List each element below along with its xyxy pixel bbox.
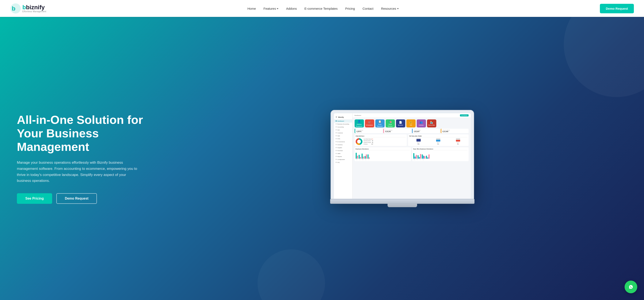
logo-tagline: Effortless Management xyxy=(22,10,46,13)
stat-previous-month-1: Previous Month 5,30,291 xyxy=(383,129,411,133)
icon-card-grid: 👤 Employee Management 🛒 E-Commerce 📋 xyxy=(352,118,471,129)
laptop-stand xyxy=(388,204,417,207)
chevron-down-icon xyxy=(397,8,399,9)
icon-card-quotation[interactable]: 📄 Quotation xyxy=(396,119,405,127)
sidebar-item-ecommerce[interactable]: E-Commerce xyxy=(334,140,352,143)
icon-card-cas[interactable]: 💰 CAS xyxy=(406,119,416,127)
laptop-mockup: ☰ Biznify Dashboard Business Accounting … xyxy=(330,110,474,207)
hero-content: All-in-One Solution for Your Business Ma… xyxy=(17,113,165,204)
logo-icon: b xyxy=(10,3,21,14)
donut-inner xyxy=(357,140,361,143)
hero-description: Manage your business operations effortle… xyxy=(17,160,139,184)
dashboard-main: Dashboard Visit Website 👤 Employee Manag… xyxy=(352,113,471,199)
nav-link-pricing[interactable]: Pricing xyxy=(345,7,355,10)
top-selling-panel: TOP SELLING ITEMS Item 1 105m xyxy=(408,134,468,146)
sidebar-item-item[interactable]: Item xyxy=(334,128,352,131)
whatsapp-icon xyxy=(628,284,634,290)
nav-item-home[interactable]: Home xyxy=(248,7,256,10)
see-pricing-button[interactable]: See Pricing xyxy=(17,193,52,204)
nav-link-resources[interactable]: Resources xyxy=(381,7,399,10)
sidebar-item-hrm[interactable]: HRM xyxy=(334,152,352,155)
nav-link-home[interactable]: Home xyxy=(248,7,256,10)
hero-buttons: See Pricing Demo Request xyxy=(17,193,165,204)
dept-bars xyxy=(413,151,468,159)
sidebar-item-sale[interactable]: Sale xyxy=(334,134,352,137)
nav-item-addons[interactable]: Addons xyxy=(286,7,297,10)
stat-current-month-2: Current Month 3,52,847 xyxy=(412,129,440,133)
attendance-axis: Mon Tue Wed Thu Fri xyxy=(356,159,410,160)
logo-brand: bbiznify xyxy=(22,4,46,10)
dashboard-brand: Biznify xyxy=(338,116,344,118)
selling-item-1: Item 1 105m xyxy=(409,138,428,145)
selling-item-2: Item 2 45m xyxy=(429,138,448,145)
item-details-title: ITEM DETAILS xyxy=(356,135,406,137)
navbar: b bbiznify Effortless Management Home Fe… xyxy=(0,0,644,17)
chart-row: Employee Attendance xyxy=(352,147,471,162)
sidebar-item-accounting[interactable]: Accounting xyxy=(334,126,352,128)
nav-link-contact[interactable]: Contact xyxy=(362,7,374,10)
nav-link-ecommerce[interactable]: E-commerce Templates xyxy=(304,7,338,10)
hero-section: All-in-One Solution for Your Business Ma… xyxy=(0,17,644,300)
item-list: Low Stock Items101 All Active Items45 Al… xyxy=(364,138,373,145)
sidebar-item-business-accounting[interactable]: Business Accounting xyxy=(334,123,352,126)
dashboard-mockup: ☰ Biznify Dashboard Business Accounting … xyxy=(334,113,471,199)
donut-chart xyxy=(356,138,362,145)
stats-row: Current Month 3,257% Previous Month 5,30… xyxy=(352,129,471,134)
visit-website-link[interactable]: Visit Website xyxy=(460,114,468,116)
topbar-title: Dashboard xyxy=(354,115,361,116)
selling-items: Item 1 105m Item 2 45m xyxy=(409,138,468,145)
stat-previous-month-2: Previous Month 8,23,465 xyxy=(441,129,468,133)
nav-item-resources[interactable]: Resources xyxy=(381,7,399,10)
attendance-bars xyxy=(356,151,410,159)
sidebar-item-configuration[interactable]: Configuration xyxy=(334,158,352,161)
svg-text:b: b xyxy=(12,5,16,12)
laptop-screen: ☰ Biznify Dashboard Business Accounting … xyxy=(334,113,471,199)
item-details-panel: ITEM DETAILS Low Stock Items101 All Acti… xyxy=(354,134,407,146)
hero-image: ☰ Biznify Dashboard Business Accounting … xyxy=(177,110,627,207)
sidebar-item-supplier[interactable]: Supplier xyxy=(334,146,352,149)
sidebar-item-acl[interactable]: ACL xyxy=(334,161,352,164)
icon-card-purchase[interactable]: 🛍️ Group Purchase xyxy=(386,119,395,127)
icon-card-requisition[interactable]: 📋 Create Requisition xyxy=(375,119,384,127)
sidebar-item-pos[interactable]: POS xyxy=(334,137,352,140)
dashboard-sidebar: ☰ Biznify Dashboard Business Accounting … xyxy=(334,113,352,199)
nav-item-contact[interactable]: Contact xyxy=(362,7,374,10)
whatsapp-button[interactable] xyxy=(624,281,637,293)
sidebar-item-dashboard[interactable]: Dashboard xyxy=(334,120,352,123)
laptop-base xyxy=(330,199,474,204)
icon-card-employee[interactable]: 👤 Employee Management xyxy=(354,119,364,127)
icon-card-ecommerce[interactable]: 🛒 E-Commerce xyxy=(365,119,374,127)
logo[interactable]: b bbiznify Effortless Management xyxy=(10,3,46,14)
laptop-body: ☰ Biznify Dashboard Business Accounting … xyxy=(330,110,474,199)
nav-item-pricing[interactable]: Pricing xyxy=(345,7,355,10)
content-panels-row: ITEM DETAILS Low Stock Items101 All Acti… xyxy=(352,134,471,147)
dept-axis: Sales HR IT Ops xyxy=(413,159,468,160)
chevron-down-icon xyxy=(277,8,278,9)
nav-demo-button[interactable]: Demo Request xyxy=(600,4,634,13)
hero-demo-button[interactable]: Demo Request xyxy=(56,193,97,204)
donut-chart-area: Low Stock Items101 All Active Items45 Al… xyxy=(356,138,406,145)
selling-item-3: Item 3 38m xyxy=(448,138,468,145)
dept-attendance-chart: Dept. Wise Employee Attendance Sales xyxy=(412,147,468,161)
icon-card-pos[interactable]: 🏪 Point of Sale xyxy=(427,119,436,127)
nav-link-addons[interactable]: Addons xyxy=(286,7,297,10)
sidebar-item-customer[interactable]: Customer xyxy=(334,131,352,134)
nav-link-features[interactable]: Features xyxy=(264,7,278,10)
nav-item-ecommerce[interactable]: E-commerce Templates xyxy=(304,7,338,10)
hero-title: All-in-One Solution for Your Business Ma… xyxy=(17,113,165,154)
employee-attendance-chart: Employee Attendance xyxy=(354,147,411,161)
nav-links: Home Features Addons E-commerce Template… xyxy=(248,7,399,10)
dept-chart-title: Dept. Wise Employee Attendance xyxy=(413,148,468,150)
hamburger-icon: ☰ xyxy=(336,116,337,118)
stat-current-month-1: Current Month 3,257% xyxy=(354,129,382,133)
sidebar-item-inventory[interactable]: Inventory xyxy=(334,143,352,146)
attendance-chart-title: Employee Attendance xyxy=(356,148,410,150)
dashboard-topbar: Dashboard Visit Website xyxy=(352,113,471,118)
sidebar-item-reports[interactable]: Reports xyxy=(334,155,352,158)
sidebar-item-purchase[interactable]: Purchase xyxy=(334,149,352,152)
top-selling-title: TOP SELLING ITEMS xyxy=(409,135,468,137)
nav-item-features[interactable]: Features xyxy=(264,7,278,10)
icon-card-customer[interactable]: 👥 Customer xyxy=(417,119,426,127)
sidebar-header: ☰ Biznify xyxy=(334,115,352,120)
